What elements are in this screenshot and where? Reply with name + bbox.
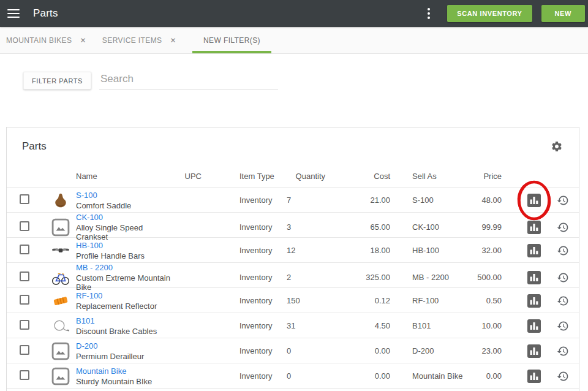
cable-image	[51, 317, 70, 335]
row-checkbox[interactable]	[20, 345, 29, 355]
part-name-link[interactable]: MB - 2200	[76, 263, 171, 272]
tab-service-items[interactable]: SERVICE ITEMS ✕	[102, 27, 176, 53]
part-name-link[interactable]: HB-100	[76, 241, 171, 250]
column-header-upc[interactable]: UPC	[171, 172, 202, 181]
table-header-row: Name UPC Item Type Quantity Cost Sell As…	[7, 165, 579, 187]
filter-parts-button[interactable]: FILTER PARTS	[23, 72, 91, 89]
column-header-price[interactable]: Price	[466, 172, 502, 181]
part-description: Permium Derailleur	[76, 352, 171, 361]
quantity-cell: 7	[287, 196, 337, 205]
history-clock-icon[interactable]	[557, 320, 569, 332]
history-clock-icon[interactable]	[557, 370, 569, 382]
item-type-cell: Inventory	[202, 196, 287, 205]
column-header-sell-as[interactable]: Sell As	[390, 172, 466, 181]
item-type-cell: Inventory	[202, 222, 287, 232]
history-clock-icon[interactable]	[557, 295, 569, 307]
part-description: Sturdy Mountain BIke	[76, 377, 171, 386]
table-row: S-100 Comfort Saddle Inventory 7 21.00 S…	[7, 187, 579, 212]
history-clock-icon[interactable]	[557, 345, 569, 357]
close-tab-icon[interactable]: ✕	[80, 37, 86, 44]
row-checkbox[interactable]	[20, 370, 29, 380]
item-type-cell: Inventory	[202, 296, 287, 305]
row-checkbox[interactable]	[20, 245, 29, 254]
price-cell: 48.00	[466, 196, 502, 205]
history-clock-icon[interactable]	[557, 245, 569, 257]
app-bar: Parts SCAN INVENTORY NEW	[0, 0, 588, 27]
scan-inventory-button[interactable]: SCAN INVENTORY	[447, 5, 532, 22]
row-checkbox[interactable]	[20, 320, 29, 330]
sell-as-cell: CK-100	[390, 222, 466, 232]
handlebars-image	[51, 241, 70, 260]
new-button[interactable]: NEW	[541, 5, 585, 22]
history-clock-icon[interactable]	[557, 194, 569, 207]
tab-new-filters[interactable]: NEW FILTER(S)	[192, 27, 271, 53]
tab-mountain-bikes[interactable]: MOUNTAIN BIKES ✕	[6, 27, 86, 53]
parts-table-body: S-100 Comfort Saddle Inventory 7 21.00 S…	[7, 187, 579, 388]
tab-label: NEW FILTER(S)	[203, 36, 260, 45]
column-header-quantity[interactable]: Quantity	[287, 172, 337, 181]
quantity-cell: 12	[287, 246, 337, 255]
part-name-link[interactable]: S-100	[76, 191, 171, 200]
card-title: Parts	[22, 140, 47, 153]
placeholder-image	[51, 342, 70, 360]
table-row: Mountain Bike Sturdy Mountain BIke Inven…	[7, 363, 579, 388]
part-description: Profile Handle Bars	[76, 251, 171, 260]
bar-chart-icon[interactable]	[527, 294, 541, 308]
bar-chart-icon[interactable]	[527, 319, 541, 333]
table-row: HB-100 Profile Handle Bars Inventory 12 …	[7, 237, 579, 262]
part-name-link[interactable]: RF-100	[76, 291, 171, 300]
bar-chart-icon[interactable]	[527, 370, 541, 383]
sell-as-cell: S-100	[390, 196, 466, 205]
row-checkbox[interactable]	[20, 221, 29, 231]
sell-as-cell: HB-100	[390, 246, 466, 255]
bar-chart-icon[interactable]	[527, 344, 541, 358]
filter-section: FILTER PARTS	[23, 72, 278, 89]
price-cell: 99.99	[466, 222, 502, 232]
column-header-cost[interactable]: Cost	[337, 172, 390, 181]
sell-as-cell: Mountain Bike	[390, 371, 466, 381]
bar-chart-icon[interactable]	[527, 244, 541, 257]
part-name-link[interactable]: B101	[76, 316, 171, 325]
quantity-cell: 0	[287, 346, 337, 355]
quantity-cell: 3	[287, 222, 337, 232]
row-checkbox[interactable]	[20, 295, 29, 305]
part-description: Alloy Single Speed Crankset	[76, 223, 171, 241]
column-header-item-type[interactable]: Item Type	[202, 172, 287, 181]
reflector-image	[51, 292, 70, 310]
sell-as-cell: MB - 2200	[390, 273, 466, 282]
item-type-cell: Inventory	[202, 371, 287, 381]
cost-cell: 0.00	[337, 346, 390, 355]
part-name-link[interactable]: D-200	[76, 341, 171, 351]
tab-label: SERVICE ITEMS	[102, 36, 162, 45]
row-checkbox[interactable]	[20, 271, 29, 281]
part-name-link[interactable]: Mountain Bike	[76, 366, 171, 376]
table-row: MB - 2200 Custom Extreme Mountain Bike I…	[7, 262, 579, 287]
parts-page: Parts SCAN INVENTORY NEW MOUNTAIN BIKES …	[0, 0, 588, 391]
price-cell: 10.00	[466, 321, 502, 330]
part-name-link[interactable]: CK-100	[76, 213, 171, 222]
bar-chart-icon[interactable]	[527, 271, 541, 284]
search-input[interactable]	[99, 72, 278, 89]
quantity-cell: 0	[287, 371, 337, 381]
parts-card: Parts Name UPC Item Type Quantity Cost S…	[6, 127, 579, 391]
cost-cell: 65.00	[337, 222, 390, 232]
bar-chart-icon[interactable]	[527, 194, 541, 207]
cost-cell: 18.00	[337, 246, 390, 255]
row-checkbox[interactable]	[20, 194, 29, 204]
bar-chart-icon[interactable]	[527, 221, 541, 234]
sell-as-cell: B101	[390, 321, 466, 330]
history-clock-icon[interactable]	[557, 221, 569, 233]
hamburger-menu-icon[interactable]	[7, 7, 20, 20]
table-row: CK-100 Alloy Single Speed Crankset Inven…	[7, 212, 579, 237]
more-options-icon[interactable]	[424, 6, 434, 21]
item-type-cell: Inventory	[202, 346, 287, 355]
history-clock-icon[interactable]	[557, 271, 569, 284]
close-tab-icon[interactable]: ✕	[170, 37, 176, 44]
cost-cell: 0.12	[337, 296, 390, 305]
column-header-name[interactable]: Name	[76, 172, 171, 181]
cost-cell: 21.00	[337, 196, 390, 205]
price-cell: 23.00	[466, 346, 502, 355]
settings-gear-icon[interactable]	[549, 139, 564, 154]
sell-as-cell: D-200	[390, 346, 466, 355]
bike-image	[51, 268, 70, 287]
